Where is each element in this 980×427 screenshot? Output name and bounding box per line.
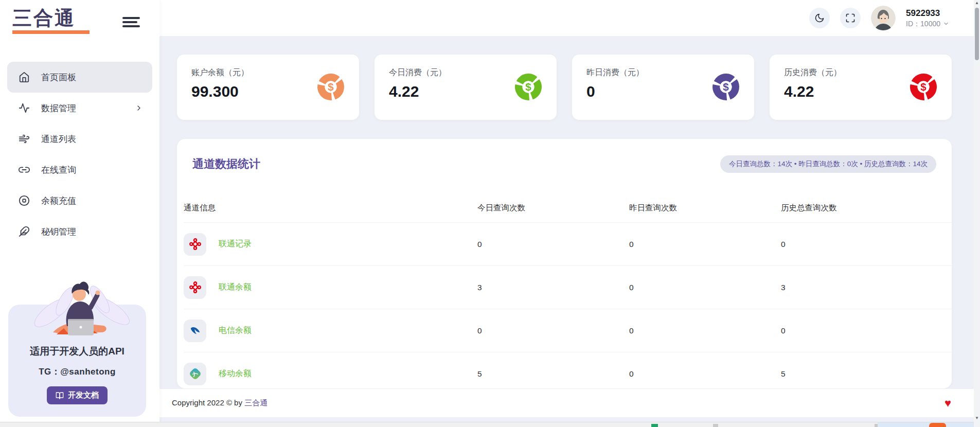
dev-docs-button-label: 开发文档 xyxy=(68,390,99,400)
topbar-actions: 5922933 ID：10000 xyxy=(809,0,949,36)
scroll-down-arrow[interactable]: ▼ xyxy=(974,416,980,420)
sidebar-item-data-management[interactable]: 数据管理 xyxy=(7,93,152,123)
fullscreen-button[interactable] xyxy=(840,8,861,28)
col-header-today-queries: 今日查询次数 xyxy=(477,203,629,214)
col-header-total-queries: 历史总查询次数 xyxy=(781,203,952,214)
footer-brand-link[interactable]: 三合通 xyxy=(244,398,268,407)
channel-name-link[interactable]: 电信余额 xyxy=(219,325,252,336)
sidebar: 三合通 首页面板 数据管理 通道列表 在线查询 余额充值 秘钥管理 xyxy=(0,0,159,423)
sidebar-item-label: 数据管理 xyxy=(41,102,76,114)
fullscreen-icon xyxy=(845,13,856,23)
home-icon xyxy=(19,72,30,83)
scrollbar-thumb[interactable] xyxy=(975,8,979,60)
sidebar-item-balance-recharge[interactable]: 余额充值 xyxy=(7,185,152,216)
developer-illustration xyxy=(25,276,135,339)
sidebar-item-label: 通道列表 xyxy=(41,133,76,145)
stat-card: 账户余额（元） 99.300 $ xyxy=(177,55,359,120)
brand-logo[interactable]: 三合通 xyxy=(12,7,90,34)
svg-text:$: $ xyxy=(723,81,729,93)
channel-name-link[interactable]: 联通记录 xyxy=(219,239,252,250)
hamburger-icon xyxy=(122,17,140,19)
table-row: 移动余额 5 0 5 xyxy=(184,352,952,388)
donut-dollar-icon: $ xyxy=(908,72,938,102)
promo-telegram: TG：@sanhetong xyxy=(8,366,146,378)
unicom-logo-icon xyxy=(184,276,206,299)
user-id-label: ID：10000 xyxy=(906,19,940,28)
stat-card: 今日消费（元） 4.22 $ xyxy=(375,55,557,120)
telecom-logo-icon xyxy=(184,319,206,342)
taskbar-orange-logo-icon[interactable] xyxy=(929,423,946,427)
mobile-logo-icon xyxy=(184,363,206,385)
panel-title: 通道数据统计 xyxy=(192,156,260,172)
unicom-logo-icon xyxy=(184,233,206,256)
sidebar-item-secret-key-management[interactable]: 秘钥管理 xyxy=(7,216,152,247)
dev-docs-button[interactable]: 开发文档 xyxy=(47,386,108,404)
yesterday-queries-value: 0 xyxy=(629,369,781,379)
channel-stats-panel: 通道数据统计 今日查询总数：14次 • 昨日查询总数：0次 • 历史总查询数：1… xyxy=(177,139,952,388)
table-row: 联通余额 3 0 3 xyxy=(184,266,952,309)
user-menu[interactable]: 5922933 ID：10000 xyxy=(906,8,949,28)
yesterday-queries-value: 0 xyxy=(629,283,781,292)
sidebar-item-online-query[interactable]: 在线查询 xyxy=(7,154,152,185)
channel-name-link[interactable]: 移动余额 xyxy=(219,368,252,379)
table-row: 电信余额 0 0 0 xyxy=(184,309,952,352)
donut-dollar-icon: $ xyxy=(513,72,543,102)
avatar[interactable] xyxy=(871,6,896,30)
sidebar-collapse-button[interactable] xyxy=(122,16,140,30)
moon-icon xyxy=(814,13,825,23)
sidebar-item-channel-list[interactable]: 通道列表 xyxy=(7,123,152,154)
taskbar-app-icon[interactable] xyxy=(651,424,658,427)
svg-text:$: $ xyxy=(920,81,926,93)
sidebar-item-home-panel[interactable]: 首页面板 xyxy=(7,62,152,93)
yesterday-queries-value: 0 xyxy=(629,240,781,249)
today-queries-value: 0 xyxy=(477,326,629,335)
chevron-down-icon xyxy=(943,21,949,27)
avatar-image xyxy=(871,6,896,30)
chevron-right-icon xyxy=(135,104,143,112)
copyright-text: Copyright 2022 © by 三合通 xyxy=(172,398,268,408)
taskbar-tray-caret[interactable] xyxy=(713,424,718,427)
activity-icon xyxy=(19,102,30,114)
table-row: 联通记录 0 0 0 xyxy=(184,223,952,266)
stat-card: 历史消费（元） 4.22 $ xyxy=(770,55,952,120)
svg-text:$: $ xyxy=(525,81,531,93)
query-summary-badge: 今日查询总数：14次 • 昨日查询总数：0次 • 历史总查询数：14次 xyxy=(720,155,936,173)
top-bar: 5922933 ID：10000 xyxy=(159,0,974,36)
stop-circle-icon xyxy=(19,195,30,206)
promo-title: 适用于开发人员的API xyxy=(8,345,146,358)
col-header-channel-info: 通道信息 xyxy=(184,203,477,214)
col-header-yesterday-queries: 昨日查询次数 xyxy=(629,203,781,214)
brand-logo-text: 三合通 xyxy=(12,7,76,29)
stat-card: 昨日消费（元） 0 $ xyxy=(572,55,754,120)
sidebar-menu: 首页面板 数据管理 通道列表 在线查询 余额充值 秘钥管理 xyxy=(0,62,159,247)
sidebar-item-label: 余额充值 xyxy=(41,195,76,207)
heart-icon: ♥ xyxy=(945,398,951,409)
panel-header: 通道数据统计 今日查询总数：14次 • 昨日查询总数：0次 • 历史总查询数：1… xyxy=(177,139,952,193)
donut-dollar-icon: $ xyxy=(316,72,346,102)
channel-name-link[interactable]: 联通余额 xyxy=(219,282,252,293)
yesterday-queries-value: 0 xyxy=(629,326,781,335)
feather-icon xyxy=(19,226,30,237)
total-queries-value: 0 xyxy=(781,240,952,249)
app-root: 三合通 首页面板 数据管理 通道列表 在线查询 余额充值 秘钥管理 xyxy=(0,0,980,427)
link-icon xyxy=(19,164,30,175)
wind-icon xyxy=(19,133,30,145)
total-queries-value: 3 xyxy=(781,283,952,292)
sidebar-item-label: 首页面板 xyxy=(41,72,76,83)
dark-mode-button[interactable] xyxy=(809,8,830,28)
table-body: 联通记录 0 0 0 联通余额 3 0 3 电信余额 0 0 0 移动余额 5 … xyxy=(177,223,952,388)
table-header-row: 通道信息 今日查询次数 昨日查询次数 历史总查询次数 xyxy=(184,193,952,223)
vertical-scrollbar[interactable]: ▲ ▼ xyxy=(974,0,980,427)
footer: Copyright 2022 © by 三合通 ♥ xyxy=(159,388,974,417)
svg-text:$: $ xyxy=(328,81,334,93)
taskbar-sliver[interactable] xyxy=(0,422,974,427)
donut-dollar-icon: $ xyxy=(711,72,741,102)
today-queries-value: 0 xyxy=(477,240,629,249)
taskbar-tray[interactable] xyxy=(878,422,974,427)
sidebar-item-label: 在线查询 xyxy=(41,164,76,176)
username: 5922933 xyxy=(906,8,949,19)
stat-cards: 账户余额（元） 99.300 $ 今日消费（元） 4.22 $ 昨日消费（元） … xyxy=(177,55,952,120)
scroll-up-arrow[interactable]: ▲ xyxy=(974,1,980,5)
today-queries-value: 3 xyxy=(477,283,629,292)
book-icon xyxy=(56,392,64,400)
